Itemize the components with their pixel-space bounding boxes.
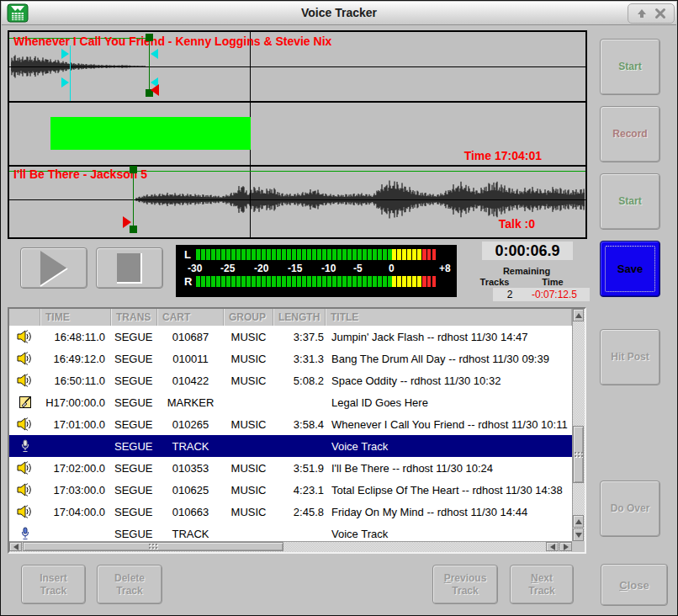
scroll-left-button-2[interactable]	[546, 542, 559, 551]
log-row[interactable]: 17:03:00.0SEGUE010625MUSIC4:23.1Total Ec…	[9, 479, 572, 501]
segue-marker-line[interactable]	[70, 45, 71, 101]
cell-trans: SEGUE	[111, 484, 157, 497]
column-header-icon[interactable]	[9, 309, 40, 326]
log-table-rows: 16:48:11.0SEGUE010687MUSIC3:37.5Jumpin' …	[9, 326, 572, 541]
previous-track-button[interactable]: Previous Track	[432, 565, 498, 604]
cell-trans: SEGUE	[111, 396, 157, 409]
segue-marker-handle-icon[interactable]	[61, 49, 69, 59]
window-title: Voice Tracker	[2, 6, 676, 19]
cell-trans: SEGUE	[111, 331, 157, 343]
cell-trans: SEGUE	[111, 440, 157, 453]
insert-track-label: Insert	[40, 572, 67, 585]
track-start-handle[interactable]	[146, 34, 153, 41]
meter-scale-label: -20	[254, 263, 268, 274]
remaining-title: Remaining	[476, 266, 577, 276]
current-time-label: Time 17:04:01	[464, 149, 542, 162]
scrollbar-corner	[572, 541, 585, 552]
log-row[interactable]: 16:50:11.0SEGUE010422MUSIC5:08.2Space Od…	[9, 369, 572, 391]
close-button[interactable]: Close	[601, 564, 668, 606]
vertical-scroll-thumb[interactable]	[573, 426, 584, 483]
track-start-line[interactable]	[149, 35, 150, 96]
log-row[interactable]: 17:04:00.0SEGUE010663MUSIC2:45.8Friday O…	[9, 501, 572, 523]
hit-post-button[interactable]: Hit Post	[600, 329, 660, 385]
do-over-button[interactable]: Do Over	[600, 481, 660, 537]
speaker-icon	[17, 505, 33, 518]
column-header-CART[interactable]: CART	[157, 309, 224, 326]
meter-scale-label: -15	[288, 263, 302, 274]
cell-title: Space Oddity -- rdhost 11/30 10:32	[326, 374, 572, 387]
meter-right-bar	[196, 276, 437, 287]
cell-title: Bang The Drum All Day -- rdhost 11/30 09…	[326, 353, 572, 365]
voice-tracker-window: Voice Tracker Whenever I Call You Friend…	[0, 0, 678, 616]
meter-scale-label: -25	[220, 263, 235, 274]
cell-cart: 010265	[157, 418, 224, 431]
save-button[interactable]: Save	[600, 241, 660, 297]
log-row[interactable]: 16:49:12.0SEGUE010011MUSIC3:31.3Bang The…	[9, 348, 572, 369]
delete-track-button[interactable]: Delete Track	[97, 565, 162, 604]
remaining-tracks-label: Tracks	[474, 277, 516, 287]
segue-end-handle-icon[interactable]	[151, 49, 158, 59]
track-separator	[9, 165, 585, 167]
column-header-GROUP[interactable]: GROUP	[224, 309, 273, 326]
column-header-TITLE[interactable]: TITLE	[326, 309, 572, 326]
start-top-button[interactable]: Start	[600, 39, 660, 95]
vertical-scrollbar[interactable]	[572, 309, 585, 541]
log-row[interactable]: H17:00:00.0SEGUEMARKERLegal ID Goes Here	[9, 391, 572, 413]
cell-time: 17:02:00.0	[40, 462, 111, 475]
audio-meter: L -30-25-20-15-10-50+8 R	[176, 245, 457, 297]
cell-group: MUSIC	[224, 418, 273, 431]
cell-icon	[9, 461, 40, 475]
scroll-right-button[interactable]	[559, 542, 572, 551]
next-track-button[interactable]: Next Track	[510, 565, 574, 604]
next-track-label: Next	[531, 572, 553, 585]
track1-title: Whenever I Call You Friend - Kenny Loggi…	[13, 35, 331, 48]
track2-start-line[interactable]	[133, 167, 134, 233]
scroll-left-button[interactable]	[9, 542, 22, 551]
meter-scale-label: +8	[439, 263, 451, 274]
log-row[interactable]: 17:02:00.0SEGUE010353MUSIC3:51.9I'll Be …	[9, 457, 572, 479]
stop-button[interactable]	[96, 247, 163, 289]
cell-time: 17:01:00.0	[40, 418, 111, 431]
cell-icon	[9, 396, 40, 409]
meter-scale-label: 0	[389, 263, 395, 274]
voice-track-region[interactable]	[50, 117, 251, 150]
horizontal-scroll-thumb[interactable]	[23, 542, 283, 551]
shade-window-icon[interactable]	[636, 8, 648, 19]
cell-group: MUSIC	[224, 484, 273, 497]
segue-marker-handle-icon[interactable]	[61, 77, 69, 88]
cell-title: Jumpin' Jack Flash -- rdhost 11/30 14:47	[326, 331, 572, 343]
cell-time: 17:04:00.0	[40, 506, 111, 518]
cell-icon	[9, 417, 40, 431]
column-header-TIME[interactable]: TIME	[40, 309, 111, 326]
play-triangle-icon	[38, 249, 70, 288]
cell-time: H17:00:00.0	[40, 396, 111, 409]
scroll-up-button[interactable]	[573, 309, 584, 321]
close-window-icon[interactable]	[654, 8, 666, 19]
insert-track-button[interactable]: Insert Track	[21, 565, 86, 604]
horizontal-scrollbar[interactable]	[9, 541, 572, 552]
cell-cart: TRACK	[157, 440, 224, 453]
log-row[interactable]: 16:48:11.0SEGUE010687MUSIC3:37.5Jumpin' …	[9, 326, 572, 348]
record-button[interactable]: Record	[600, 106, 660, 162]
close-label: Close	[619, 579, 649, 592]
column-header-TRANS[interactable]: TRANS	[111, 309, 157, 326]
cell-length: 5:08.2	[273, 374, 326, 387]
cell-title: Voice Track	[326, 528, 572, 540]
fade-marker-icon[interactable]	[123, 216, 131, 228]
log-row-selected[interactable]: SEGUETRACKVoice Track	[9, 435, 572, 457]
column-header-LENGTH[interactable]: LENGTH	[273, 309, 326, 326]
play-button[interactable]	[20, 247, 87, 289]
meter-red-segments	[422, 249, 437, 260]
cell-length: 3:51.9	[273, 462, 326, 475]
scroll-up-button-2[interactable]	[573, 515, 584, 528]
cell-icon	[9, 352, 40, 365]
fade-marker-icon[interactable]	[151, 84, 159, 96]
log-row[interactable]: 17:01:00.0SEGUE010265MUSIC3:58.4Whenever…	[9, 413, 572, 435]
talk-time-label: Talk :0	[499, 217, 535, 231]
scroll-down-button[interactable]	[573, 528, 584, 541]
start-bottom-button[interactable]: Start	[600, 173, 660, 230]
track2-start-handle[interactable]	[130, 166, 137, 173]
cell-title: Total Eclipse Of The Heart -- rdhost 11/…	[326, 484, 572, 497]
log-row[interactable]: SEGUETRACKVoice Track	[9, 523, 572, 541]
cell-length: 4:23.1	[273, 484, 326, 497]
